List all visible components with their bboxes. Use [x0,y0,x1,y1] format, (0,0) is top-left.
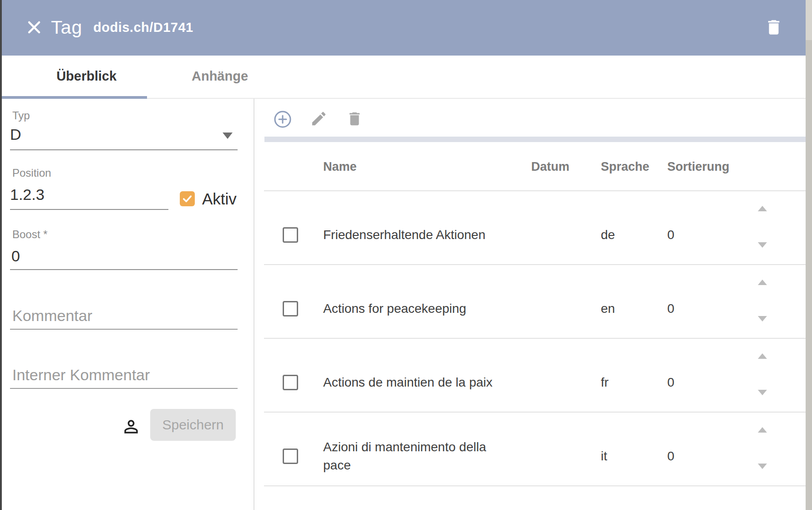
cell-name: Actions for peacekeeping [323,272,505,346]
delete-translation-button[interactable] [346,110,363,129]
cell-sprache: it [601,419,651,493]
person-icon [121,417,141,437]
table-row: Friedenserhaltende Aktionen de 0 [255,190,806,264]
typ-label: Typ [12,109,30,122]
tag-dialog: Tag dodis.ch/D1741 Überblick Anhänge Typ… [0,0,812,510]
close-icon [25,30,43,37]
boost-label: Boost * [12,228,47,241]
progress-track [264,137,806,142]
sort-down-icon[interactable] [758,464,767,469]
sort-up-icon[interactable] [758,206,767,211]
position-underline [10,209,168,210]
aktiv-label: Aktiv [202,190,237,208]
typ-select-value[interactable]: D [10,126,21,143]
delete-tag-button[interactable] [764,18,783,37]
cell-datum [531,419,586,493]
kommentar-input[interactable]: Kommentar [12,307,92,325]
cell-sprache: de [601,198,651,272]
chevron-down-icon[interactable] [223,133,233,139]
position-input[interactable]: 1.2.3 [10,186,45,204]
active-tab-indicator [0,96,147,99]
cell-sortierung: 0 [667,346,717,419]
cell-name: Azioni di mantenimento della pace [323,419,505,493]
edit-translation-button[interactable] [310,110,328,129]
boost-input[interactable]: 0 [11,247,20,265]
cell-sprache: fr [601,346,651,419]
tab-ueberblick-label: Überblick [56,69,117,84]
cell-sortierung: 0 [667,198,717,272]
boost-underline [10,269,238,270]
row-checkbox[interactable] [283,301,298,316]
interner-kommentar-input[interactable]: Interner Kommentar [12,366,150,384]
checkmark-icon [180,193,195,204]
position-label: Position [12,167,51,179]
sort-down-icon[interactable] [758,390,767,395]
aktiv-checkbox[interactable] [180,191,195,206]
sort-up-icon[interactable] [758,427,767,433]
window-edge [0,0,2,510]
document-id: dodis.ch/D1741 [93,20,193,35]
row-checkbox[interactable] [283,375,298,390]
cell-sprache: en [601,272,651,346]
row-checkbox[interactable] [283,449,298,464]
interner-kommentar-underline [10,388,238,389]
column-header-name: Name [323,160,357,174]
row-checkbox[interactable] [283,227,298,243]
table-row: Actions de maintien de la paix fr 0 [255,338,806,412]
trash-icon [346,121,363,129]
header-bar: Tag dodis.ch/D1741 [0,0,806,56]
add-icon [274,122,292,130]
kommentar-underline [10,329,238,330]
add-translation-button[interactable] [274,110,292,130]
column-header-sortierung: Sortierung [667,160,730,174]
sort-up-icon[interactable] [758,353,767,359]
cell-name: Friedenserhaltende Aktionen [323,198,505,272]
table-row: Actions for peacekeeping en 0 [255,264,806,338]
cell-sortierung: 0 [667,272,717,346]
sort-down-icon[interactable] [758,242,767,248]
sort-down-icon[interactable] [758,316,767,321]
tab-ueberblick[interactable]: Überblick [26,56,147,97]
pencil-icon [310,121,328,129]
cell-datum [531,198,586,272]
trash-icon [764,31,783,38]
cell-datum [531,346,586,419]
typ-underline [10,149,238,150]
tab-anhaenge-label: Anhänge [192,69,248,84]
column-header-sprache: Sprache [601,160,650,174]
sort-up-icon[interactable] [758,280,767,285]
column-header-datum: Datum [531,160,569,174]
table-row: Azioni di mantenimento della pace it 0 [255,412,806,485]
scrollbar-thumb[interactable] [806,40,812,510]
cell-name: Actions de maintien de la paix [323,346,505,419]
page-title: Tag [51,17,82,38]
cell-datum [531,272,586,346]
panel-divider [254,99,254,510]
save-button[interactable]: Speichern [150,409,236,441]
tab-anhaenge[interactable]: Anhänge [147,56,293,97]
close-button[interactable] [25,19,43,36]
cell-sortierung: 0 [667,419,717,493]
